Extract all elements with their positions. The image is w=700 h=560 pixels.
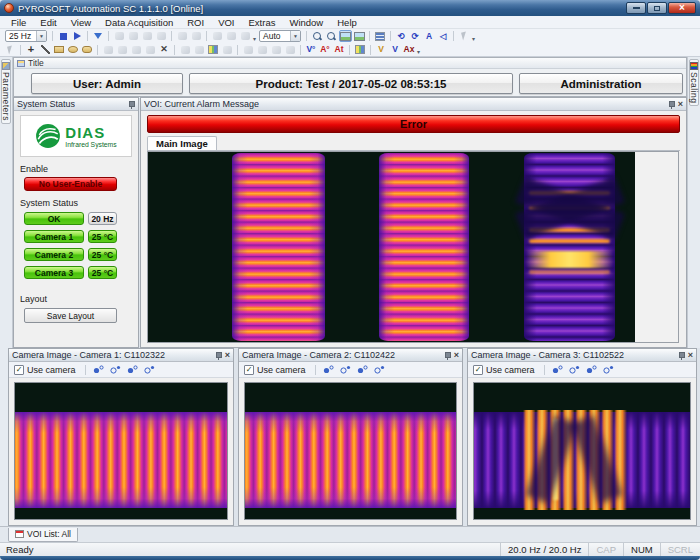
pin-icon[interactable] xyxy=(128,100,135,109)
disabled-save-image-icon[interactable] xyxy=(176,30,189,42)
voi-panel-header[interactable]: VOI: Current Alarm Message × xyxy=(141,98,686,111)
main-image-tab[interactable]: Main Image xyxy=(147,136,217,150)
use-camera-checkbox[interactable]: ✓ xyxy=(244,365,254,375)
camera-gain-icon[interactable] xyxy=(322,364,335,376)
disabled-histogram-icon[interactable] xyxy=(270,44,283,56)
camera1-thermal-image[interactable] xyxy=(14,382,228,520)
toolbar-overflow-icon[interactable]: ▾ xyxy=(417,48,420,55)
menu-voi[interactable]: VOI xyxy=(211,17,241,28)
pin-icon[interactable] xyxy=(215,351,222,360)
camera-offset-icon[interactable] xyxy=(339,364,352,376)
frame-rate-button[interactable]: 20 Hz xyxy=(88,212,117,225)
camera-gain-icon[interactable] xyxy=(92,364,105,376)
user-button[interactable]: User: Admin xyxy=(31,73,183,94)
menu-edit[interactable]: Edit xyxy=(33,17,63,28)
camera-offset-icon[interactable] xyxy=(568,364,581,376)
main-thermal-image[interactable] xyxy=(148,152,635,342)
close-panel-icon[interactable]: × xyxy=(688,351,693,360)
menu-help[interactable]: Help xyxy=(330,17,364,28)
camera2-panel-header[interactable]: Camera Image - Camera 2: C1102422 × xyxy=(239,349,462,362)
camera1-temp-button[interactable]: 25 °C xyxy=(88,230,117,243)
camera3-panel-header[interactable]: Camera Image - Camera 3: C1102522 × xyxy=(468,349,696,362)
scaling-side-tab[interactable]: Scaling xyxy=(689,59,699,106)
stop-acquisition-icon[interactable] xyxy=(57,30,70,42)
pin-icon[interactable] xyxy=(668,100,675,109)
disabled-label-icon[interactable] xyxy=(221,44,234,56)
title-bar[interactable]: PYROSOFT Automation SC 1.1.1.0 [Online] … xyxy=(0,0,700,16)
polygon-tool-icon[interactable] xyxy=(81,44,94,56)
user-enable-button[interactable]: No User-Enable xyxy=(24,177,117,191)
camera1-panel-header[interactable]: Camera Image - Camera 1: C1102322 × xyxy=(9,349,233,362)
disabled-export-icon[interactable] xyxy=(211,30,224,42)
camera-calibrate-icon[interactable] xyxy=(373,364,386,376)
select-tool-icon[interactable] xyxy=(4,44,17,56)
title-panel-header[interactable]: Title xyxy=(14,58,686,69)
system-ok-button[interactable]: OK xyxy=(24,212,84,225)
camera2-thermal-image[interactable] xyxy=(244,382,457,520)
toolbar-overflow-icon[interactable]: ▾ xyxy=(472,35,475,42)
rotate-right-icon[interactable]: ⟳ xyxy=(409,30,422,42)
line-tool-icon[interactable] xyxy=(39,44,52,56)
minimize-button[interactable] xyxy=(626,2,646,14)
toolbar-overflow-icon[interactable]: ▾ xyxy=(253,35,256,42)
disabled-trend-icon[interactable] xyxy=(284,44,297,56)
dropdown-arrow-icon[interactable]: ▼ xyxy=(36,31,46,41)
camera2-temp-button[interactable]: 25 °C xyxy=(88,248,117,261)
disabled-align-icon[interactable] xyxy=(179,44,192,56)
camera1-status-button[interactable]: Camera 1 xyxy=(24,230,84,243)
delete-roi-icon[interactable]: ✕ xyxy=(158,44,171,56)
start-acquisition-icon[interactable] xyxy=(71,30,84,42)
dropdown-arrow-icon[interactable]: ▼ xyxy=(290,31,300,41)
disabled-snapshot-icon[interactable] xyxy=(141,30,154,42)
disabled-replay-icon[interactable] xyxy=(155,30,168,42)
menu-roi[interactable]: ROI xyxy=(180,17,211,28)
rotate-left-icon[interactable]: ⟲ xyxy=(395,30,408,42)
menu-view[interactable]: View xyxy=(64,17,98,28)
close-panel-icon[interactable]: × xyxy=(678,100,683,109)
pin-icon[interactable] xyxy=(678,351,685,360)
flip-horizontal-icon[interactable]: A xyxy=(423,30,436,42)
camera-focus-icon[interactable] xyxy=(585,364,598,376)
disabled-record-stop-icon[interactable] xyxy=(127,30,140,42)
isotherm-table-icon[interactable] xyxy=(374,30,387,42)
pin-icon[interactable] xyxy=(444,351,451,360)
point-tool-icon[interactable]: + xyxy=(25,44,38,56)
ellipse-tool-icon[interactable] xyxy=(67,44,80,56)
camera3-thermal-image[interactable] xyxy=(473,382,691,520)
voi-temperature-icon[interactable]: V° xyxy=(305,44,318,56)
menu-file[interactable]: File xyxy=(4,17,33,28)
product-button[interactable]: Product: Test / 2017-05-02 08:53:15 xyxy=(189,73,513,94)
disabled-resize-roi-icon[interactable] xyxy=(144,44,157,56)
system-status-header[interactable]: System Status xyxy=(14,98,138,111)
alarm-time-icon[interactable]: At xyxy=(333,44,346,56)
use-camera-checkbox[interactable]: ✓ xyxy=(14,365,24,375)
disabled-copy-roi-icon[interactable] xyxy=(102,44,115,56)
disabled-profile-icon[interactable] xyxy=(256,44,269,56)
frequency-select[interactable]: 25 Hz ▼ xyxy=(5,30,47,42)
camera-calibrate-icon[interactable] xyxy=(602,364,615,376)
camera3-status-button[interactable]: Camera 3 xyxy=(24,266,84,279)
original-size-icon[interactable] xyxy=(353,30,366,42)
disabled-report-icon[interactable] xyxy=(225,30,238,42)
camera-gain-icon[interactable] xyxy=(551,364,564,376)
administration-button[interactable]: Administration xyxy=(519,73,683,94)
disabled-print-icon[interactable] xyxy=(239,30,252,42)
flip-vertical-icon[interactable]: ◁ xyxy=(437,30,450,42)
palette-settings-icon[interactable] xyxy=(354,44,367,56)
disabled-pointer-icon[interactable] xyxy=(458,30,471,42)
rectangle-tool-icon[interactable] xyxy=(53,44,66,56)
zoom-in-icon[interactable] xyxy=(311,30,324,42)
camera3-temp-button[interactable]: 25 °C xyxy=(88,266,117,279)
voi-list-yellow-icon[interactable]: V xyxy=(375,44,388,56)
disabled-move-roi-icon[interactable] xyxy=(130,44,143,56)
voi-list-blue-icon[interactable]: V xyxy=(389,44,402,56)
alarm-reset-icon[interactable]: Ax xyxy=(403,44,416,56)
menu-extras[interactable]: Extras xyxy=(242,17,283,28)
zoom-out-icon[interactable] xyxy=(325,30,338,42)
disabled-paste-roi-icon[interactable] xyxy=(116,44,129,56)
alarm-filter-icon[interactable] xyxy=(92,30,105,42)
menu-data-acquisition[interactable]: Data Acquisition xyxy=(98,17,180,28)
close-panel-icon[interactable]: × xyxy=(454,351,459,360)
alarm-temperature-icon[interactable]: A° xyxy=(319,44,332,56)
voi-list-tab[interactable]: VOI List: All xyxy=(8,528,78,542)
